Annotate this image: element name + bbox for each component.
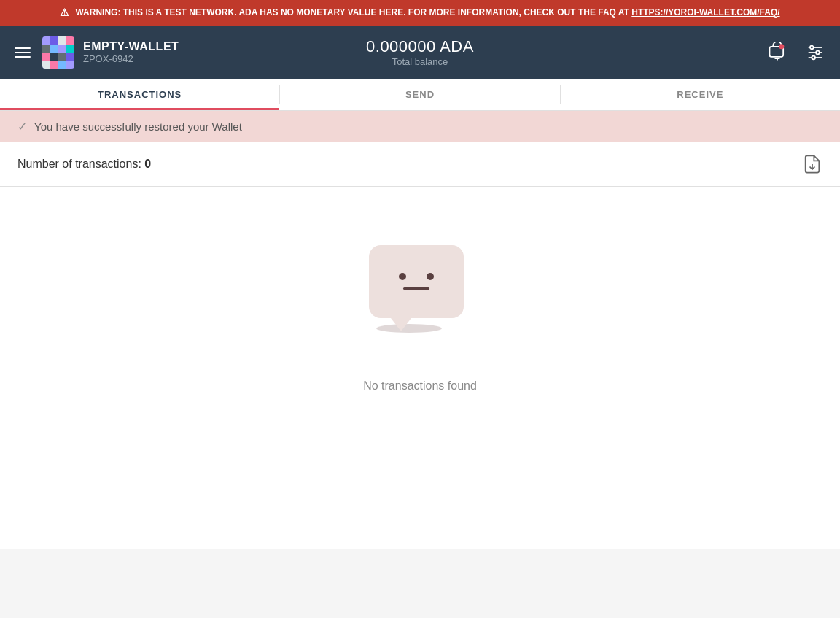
svg-rect-11	[58, 53, 66, 61]
svg-rect-4	[66, 36, 74, 45]
svg-point-18	[779, 44, 784, 49]
warning-link[interactable]: HTTPS://YOROI-WALLET.COM/FAQ/	[631, 7, 779, 18]
balance-label: Total balance	[392, 56, 448, 67]
balance-amount: 0.000000 ADA	[366, 37, 474, 56]
header-center: 0.000000 ADA Total balance	[284, 37, 556, 67]
svg-rect-8	[66, 45, 74, 53]
svg-rect-16	[66, 61, 74, 69]
warning-text: WARNING: THIS IS A TEST NETWORK. ADA HAS…	[75, 7, 779, 19]
empty-state: No transactions found	[0, 187, 840, 436]
export-icon	[802, 154, 822, 174]
transaction-count: Number of transactions: 0	[18, 158, 151, 171]
export-button[interactable]	[802, 154, 822, 174]
svg-rect-15	[58, 61, 66, 69]
warning-icon: ⚠	[60, 6, 69, 20]
count-label: Number of transactions:	[18, 158, 141, 170]
svg-rect-13	[42, 61, 50, 69]
checkmark-icon: ✓	[18, 120, 27, 134]
svg-rect-6	[50, 45, 58, 53]
success-banner: ✓ You have successfully restored your Wa…	[0, 111, 840, 142]
tab-receive[interactable]: RECEIVE	[561, 79, 840, 110]
tab-transactions[interactable]: TRANSACTIONS	[0, 79, 279, 110]
svg-rect-9	[42, 53, 50, 61]
wallet-avatar	[42, 36, 74, 69]
header-left: EMPTY-WALLET ZPOX-6942	[12, 36, 284, 69]
svg-point-22	[810, 45, 814, 49]
empty-label: No transactions found	[363, 379, 477, 393]
tab-send[interactable]: SEND	[280, 79, 559, 110]
notifications-button[interactable]	[764, 39, 790, 66]
empty-icon-wrapper	[369, 245, 471, 362]
header: EMPTY-WALLET ZPOX-6942 0.000000 ADA Tota…	[0, 26, 840, 79]
content-area: ✓ You have successfully restored your Wa…	[0, 111, 840, 549]
empty-bubble-icon	[369, 245, 464, 318]
wallet-name: EMPTY-WALLET	[83, 40, 179, 53]
svg-rect-7	[58, 45, 66, 53]
svg-point-23	[816, 50, 820, 54]
warning-bar: ⚠ WARNING: THIS IS A TEST NETWORK. ADA H…	[0, 0, 840, 26]
svg-rect-5	[42, 45, 50, 53]
menu-button[interactable]	[12, 45, 34, 61]
sliders-icon	[805, 42, 825, 63]
success-message: You have successfully restored your Wall…	[34, 120, 242, 133]
settings-button[interactable]	[802, 39, 828, 66]
svg-rect-12	[66, 53, 74, 61]
wallet-info: EMPTY-WALLET ZPOX-6942	[83, 40, 179, 64]
svg-rect-14	[50, 61, 58, 69]
wallet-id: ZPOX-6942	[83, 53, 179, 64]
header-right	[556, 39, 828, 66]
svg-rect-3	[58, 36, 66, 45]
transactions-header: Number of transactions: 0	[0, 142, 840, 187]
warning-text-content: WARNING: THIS IS A TEST NETWORK. ADA HAS…	[75, 7, 629, 18]
tabs: TRANSACTIONS SEND RECEIVE	[0, 79, 840, 111]
bell-icon	[767, 42, 788, 63]
svg-rect-10	[50, 53, 58, 61]
count-value: 0	[144, 158, 151, 170]
svg-rect-1	[42, 36, 50, 45]
svg-rect-2	[50, 36, 58, 45]
svg-point-24	[812, 55, 815, 59]
